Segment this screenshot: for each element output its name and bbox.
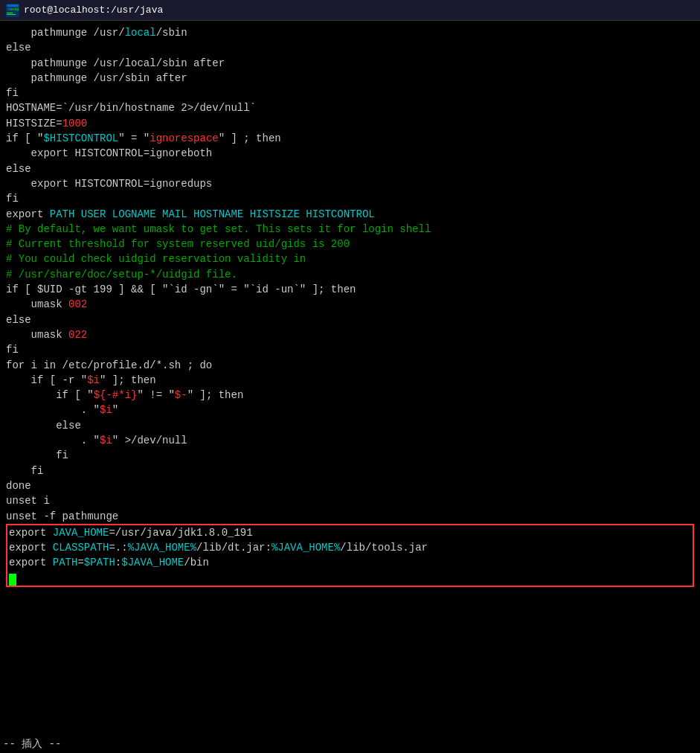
code-line: if [ -r "$i" ]; then [6, 373, 694, 388]
code-line: . "$i" >/dev/null [6, 433, 694, 448]
code-line: unset -f pathmunge [6, 509, 694, 524]
code-line: pathmunge /usr/local/sbin [6, 25, 694, 40]
code-line: pathmunge /usr/local/sbin after [6, 56, 694, 71]
code-line: if [ "${-#*i}" != "$-" ]; then [6, 388, 694, 403]
code-line: else [6, 40, 694, 55]
code-line: fi [6, 191, 694, 206]
code-line: umask 022 [6, 327, 694, 342]
code-line: else [6, 418, 694, 433]
code-line: if [ $UID -gt 199 ] && [ "`id -gn`" = "`… [6, 282, 694, 297]
code-line: else [6, 161, 694, 176]
code-line: HOSTNAME=`/usr/bin/hostname 2>/dev/null` [6, 100, 694, 115]
svg-text:root@: root@ [7, 7, 19, 11]
status-bar: -- 插入 -- [0, 735, 700, 753]
code-line: done [6, 478, 694, 493]
cursor [9, 574, 16, 586]
code-line: export PATH=$PATH:$JAVA_HOME/bin [9, 555, 691, 570]
code-line: # Current threshold for system reserved … [6, 237, 694, 251]
code-line: export HISTCONTROL=ignoredups [6, 176, 694, 191]
svg-rect-4 [7, 14, 16, 15]
code-line: # You could check uidgid reservation val… [6, 251, 694, 266]
code-line: else [6, 313, 694, 327]
code-line: export PATH USER LOGNAME MAIL HOSTNAME H… [6, 207, 694, 222]
code-line: if [ "$HISTCONTROL" = "ignorespace" ] ; … [6, 131, 694, 146]
code-line: . "$i" [6, 403, 694, 417]
code-line: for i in /etc/profile.d/*.sh ; do [6, 358, 694, 373]
svg-rect-3 [7, 13, 13, 13]
title-text: root@localhost:/usr/java [24, 4, 163, 16]
code-line [9, 571, 691, 586]
code-line: # By default, we want umask to get set. … [6, 222, 694, 237]
code-line: export CLASSPATH=.:%JAVA_HOME%/lib/dt.ja… [9, 540, 691, 555]
code-line: pathmunge /usr/sbin after [6, 71, 694, 86]
code-line: fi [6, 448, 694, 463]
terminal-icon: root@ [6, 4, 19, 17]
title-bar: root@ root@localhost:/usr/java [0, 0, 700, 21]
code-line: fi [6, 342, 694, 357]
code-line: umask 002 [6, 297, 694, 312]
code-line: export HISTCONTROL=ignoreboth [6, 146, 694, 161]
code-line: unset i [6, 493, 694, 508]
terminal[interactable]: pathmunge /usr/local/sbinelse pathmunge … [0, 21, 700, 753]
code-line: export JAVA_HOME=/usr/java/jdk1.8.0_191 [9, 525, 691, 540]
code-line: # /usr/share/doc/setup-*/uidgid file. [6, 267, 694, 282]
code-line: HISTSIZE=1000 [6, 116, 694, 131]
code-line: fi [6, 86, 694, 100]
code-line: fi [6, 464, 694, 478]
